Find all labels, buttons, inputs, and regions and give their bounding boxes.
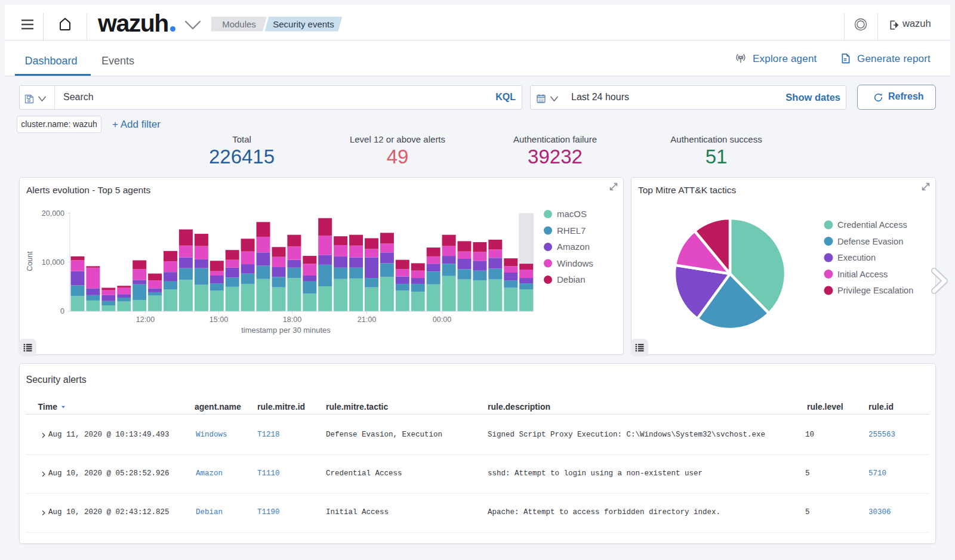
svg-text:Amazon: Amazon: [557, 242, 590, 252]
svg-text:Credential Access: Credential Access: [837, 220, 907, 230]
svg-text:macOS: macOS: [557, 209, 587, 219]
svg-text:00:00: 00:00: [433, 315, 451, 324]
svg-text:0: 0: [60, 307, 64, 315]
svg-text:Execution: Execution: [837, 253, 876, 262]
svg-text:Defense Evasion: Defense Evasion: [837, 237, 903, 246]
svg-text:Initial Access: Initial Access: [837, 270, 888, 279]
svg-text:RHEL7: RHEL7: [557, 225, 586, 236]
svg-text:18:00: 18:00: [283, 315, 301, 324]
svg-text:15:00: 15:00: [210, 315, 228, 324]
svg-text:Privilege Escalation: Privilege Escalation: [837, 286, 913, 295]
svg-text:20,000: 20,000: [42, 209, 64, 218]
svg-text:timestamp per 30 minutes: timestamp per 30 minutes: [241, 326, 331, 335]
svg-text:Windows: Windows: [557, 258, 593, 268]
svg-text:Debian: Debian: [557, 274, 586, 284]
svg-text:21:00: 21:00: [358, 315, 376, 324]
svg-text:Count: Count: [26, 251, 34, 271]
svg-text:10,000: 10,000: [42, 258, 64, 267]
svg-text:12:00: 12:00: [136, 315, 155, 324]
